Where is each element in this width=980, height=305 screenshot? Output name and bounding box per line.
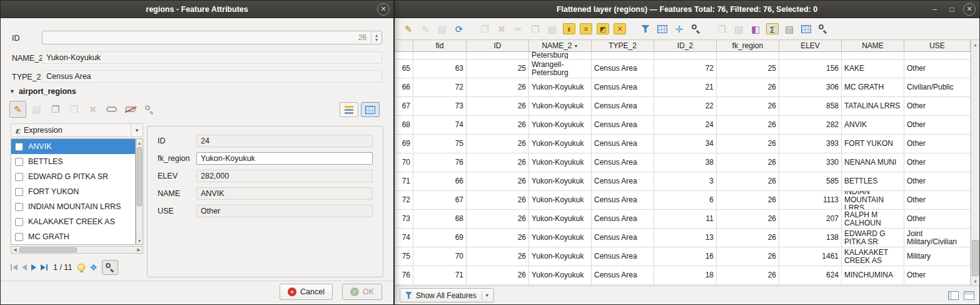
table-cell[interactable]: Petersburg: [529, 52, 592, 59]
zoom-to-child-feature-icon[interactable]: [141, 101, 158, 118]
table-cell[interactable]: 63: [413, 59, 467, 78]
table-cell[interactable]: 22: [654, 97, 717, 116]
table-row[interactable]: 687426Yukon-KoyukukCensus Area2426282ANV…: [395, 116, 971, 135]
unlink-feature-icon[interactable]: [122, 101, 139, 118]
table-cell[interactable]: Yukon-Koyukuk: [529, 78, 592, 97]
column-header-ID_2[interactable]: ID_2: [654, 40, 717, 52]
table-cell[interactable]: 1461: [779, 247, 842, 266]
table-cell[interactable]: 72: [654, 59, 717, 78]
conditional-formatting-icon[interactable]: ◧: [748, 21, 763, 36]
table-row[interactable]: 736826Yukon-KoyukukCensus Area1126207RAL…: [395, 210, 971, 229]
search-icon[interactable]: [816, 21, 831, 36]
table-cell[interactable]: [654, 52, 717, 59]
table-cell[interactable]: 138: [779, 229, 842, 247]
table-cell[interactable]: [717, 52, 779, 59]
show-all-features-button[interactable]: Show All Features ▾: [400, 288, 494, 302]
multiedit-icon[interactable]: ✎: [418, 21, 433, 36]
deselect-all-icon[interactable]: ✕: [614, 23, 626, 34]
table-cell[interactable]: 3: [654, 172, 717, 191]
table-cell[interactable]: 26: [467, 191, 529, 210]
table-cell[interactable]: 74: [413, 116, 467, 135]
table-cell[interactable]: Yukon-Koyukuk: [529, 247, 592, 266]
minimize-icon[interactable]: –: [929, 3, 941, 16]
table-cell[interactable]: 25: [467, 59, 529, 78]
table-cell[interactable]: KAKE: [842, 59, 904, 78]
checkbox[interactable]: [15, 143, 23, 151]
table-cell[interactable]: 26: [467, 135, 529, 153]
table-cell[interactable]: 26: [467, 172, 529, 191]
feature-list-item[interactable]: KALAKAKET CREEK AS: [11, 214, 135, 229]
table-cell[interactable]: Yukon-Koyukuk: [529, 266, 592, 285]
table-cell[interactable]: EDWARD G PITKA SR: [842, 229, 904, 247]
reload-icon[interactable]: ⟳: [452, 21, 467, 36]
table-cell[interactable]: 330: [779, 153, 842, 172]
table-cell[interactable]: 26: [467, 210, 529, 229]
table-cell[interactable]: RALPH M CALHOUN: [842, 210, 904, 229]
close-icon[interactable]: ✕: [963, 3, 976, 16]
table-row[interactable]: 767126Yukon-KoyukukCensus Area1826624MIN…: [395, 266, 971, 285]
table-row[interactable]: 726726Yukon-KoyukukCensus Area6261113IND…: [395, 191, 971, 210]
table-cell[interactable]: Census Area: [592, 97, 654, 116]
select-by-form-icon[interactable]: [655, 21, 670, 36]
table-cell[interactable]: 1113: [779, 191, 842, 210]
table-cell[interactable]: 26: [467, 116, 529, 135]
feature-list-item[interactable]: INDIAN MOUNTAIN LRRS: [11, 199, 135, 214]
table-cell[interactable]: Census Area: [592, 172, 654, 191]
row-number-cell[interactable]: 67: [395, 97, 413, 116]
table-cell[interactable]: 26: [717, 247, 779, 266]
table-cell[interactable]: 26: [467, 229, 529, 247]
table-cell[interactable]: 70: [413, 247, 467, 266]
ok-button[interactable]: OK: [342, 284, 382, 300]
feature-list-item[interactable]: EDWARD G PITKA SR: [11, 169, 135, 184]
table-cell[interactable]: [592, 52, 654, 59]
table-cell[interactable]: 26: [467, 247, 529, 266]
table-cell[interactable]: 26: [467, 78, 529, 97]
scroll-right-icon[interactable]: [136, 247, 142, 253]
table-cell[interactable]: 18: [654, 266, 717, 285]
table-cell[interactable]: 624: [779, 266, 842, 285]
column-header-ID[interactable]: ID: [467, 40, 529, 52]
table-cell[interactable]: MINCHUMINA: [842, 266, 904, 285]
table-cell[interactable]: 21: [654, 78, 717, 97]
toggle-editing-icon[interactable]: ✎: [9, 101, 26, 118]
list-vertical-scrollbar[interactable]: [136, 138, 143, 245]
paste-icon[interactable]: ▤: [545, 21, 560, 36]
table-cell[interactable]: 282: [779, 116, 842, 135]
table-cell[interactable]: 67: [413, 191, 467, 210]
table-cell[interactable]: 26: [717, 229, 779, 247]
form-field-name[interactable]: ANVIK: [196, 187, 373, 200]
sparkle-icon[interactable]: [89, 263, 98, 272]
table-cell[interactable]: 207: [779, 210, 842, 229]
scrollbar-thumb[interactable]: [137, 147, 142, 206]
delete-child-feature-icon[interactable]: ✖: [84, 101, 101, 118]
table-cell[interactable]: Yukon-Koyukuk: [529, 210, 592, 229]
table-cell[interactable]: 26: [717, 172, 779, 191]
checkbox[interactable]: [15, 203, 23, 211]
row-number-cell[interactable]: 71: [395, 172, 413, 191]
checkbox[interactable]: [15, 233, 23, 241]
invert-selection-icon[interactable]: ◩: [597, 23, 609, 34]
scroll-up-icon[interactable]: [971, 41, 979, 48]
row-number-cell[interactable]: 74: [395, 229, 413, 247]
row-number-cell[interactable]: 73: [395, 210, 413, 229]
table-cell[interactable]: Census Area: [592, 229, 654, 247]
table-cell[interactable]: 38: [654, 153, 717, 172]
table-row[interactable]: Petersburg: [395, 52, 971, 59]
table-cell[interactable]: 156: [779, 59, 842, 78]
cancel-button[interactable]: Cancel: [280, 284, 333, 300]
table-cell[interactable]: Other: [904, 153, 971, 172]
checkbox[interactable]: [15, 158, 23, 166]
table-row[interactable]: 746926Yukon-KoyukukCensus Area1326138EDW…: [395, 229, 971, 247]
table-row[interactable]: 757026Yukon-KoyukukCensus Area16261461KA…: [395, 247, 971, 266]
table-cell[interactable]: 26: [717, 135, 779, 153]
table-cell[interactable]: BETTLES: [842, 172, 904, 191]
table-cell[interactable]: 66: [413, 172, 467, 191]
print-icon[interactable]: ▤: [782, 21, 797, 36]
close-icon[interactable]: ✕: [377, 3, 390, 16]
table-row[interactable]: 716626Yukon-KoyukukCensus Area326585BETT…: [395, 172, 971, 191]
row-number-cell[interactable]: 68: [395, 116, 413, 135]
table-cell[interactable]: [413, 52, 467, 59]
table-cell[interactable]: 26: [717, 78, 779, 97]
table-cell[interactable]: 26: [467, 97, 529, 116]
table-cell[interactable]: 34: [654, 135, 717, 153]
